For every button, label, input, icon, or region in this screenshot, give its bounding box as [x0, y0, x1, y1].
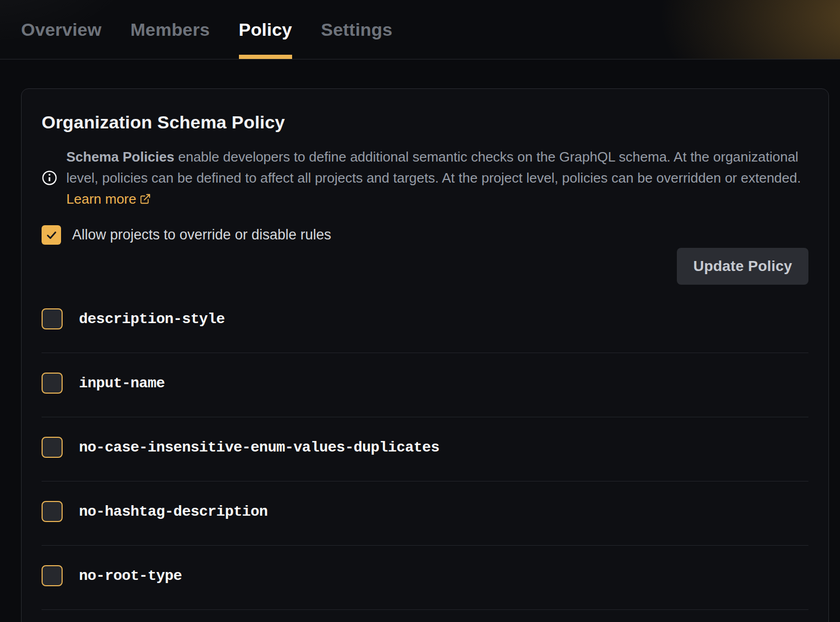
learn-more-label: Learn more: [66, 191, 136, 207]
rule-name: no-root-type: [79, 568, 182, 584]
tab-settings[interactable]: Settings: [321, 0, 393, 59]
main-content: Organization Schema Policy Schema Polici…: [0, 59, 840, 622]
button-row: Update Policy: [42, 248, 808, 285]
rule-row: no-case-insensitive-enum-values-duplicat…: [42, 417, 808, 481]
rule-checkbox[interactable]: [42, 501, 63, 522]
allow-override-checkbox[interactable]: [42, 225, 61, 245]
rule-name: input-name: [79, 375, 165, 392]
info-text-body: enable developers to define additional s…: [66, 149, 801, 186]
rule-name: description-style: [79, 311, 225, 327]
allow-override-label: Allow projects to override or disable ru…: [72, 227, 331, 243]
check-icon: [46, 229, 57, 241]
schema-policy-card: Organization Schema Policy Schema Polici…: [21, 88, 829, 622]
external-link-icon: [139, 193, 151, 205]
rule-checkbox[interactable]: [42, 565, 63, 586]
rule-row: input-name: [42, 353, 808, 417]
page-header: Overview Members Policy Settings: [0, 0, 840, 59]
update-policy-button[interactable]: Update Policy: [677, 248, 808, 285]
rule-row: description-style: [42, 289, 808, 353]
rule-checkbox[interactable]: [42, 437, 63, 458]
rule-row: no-root-type: [42, 546, 808, 610]
rule-name: no-case-insensitive-enum-values-duplicat…: [79, 439, 439, 456]
rule-checkbox[interactable]: [42, 373, 63, 394]
tab-bar: Overview Members Policy Settings: [0, 0, 840, 59]
allow-override-row[interactable]: Allow projects to override or disable ru…: [42, 225, 331, 245]
info-circle-icon: [42, 170, 57, 186]
info-text-bold: Schema Policies: [66, 149, 174, 165]
rule-row: no-hashtag-description: [42, 481, 808, 546]
page-title: Organization Schema Policy: [42, 112, 808, 133]
learn-more-link[interactable]: Learn more: [66, 191, 151, 207]
tab-overview[interactable]: Overview: [21, 0, 102, 59]
tab-policy[interactable]: Policy: [239, 0, 292, 59]
rules-list: description-style input-name no-case-ins…: [42, 289, 808, 610]
rule-checkbox[interactable]: [42, 308, 63, 329]
info-note: Schema Policies enable developers to def…: [42, 146, 808, 209]
info-text: Schema Policies enable developers to def…: [66, 146, 808, 209]
tab-members[interactable]: Members: [131, 0, 210, 59]
rule-name: no-hashtag-description: [79, 504, 268, 520]
